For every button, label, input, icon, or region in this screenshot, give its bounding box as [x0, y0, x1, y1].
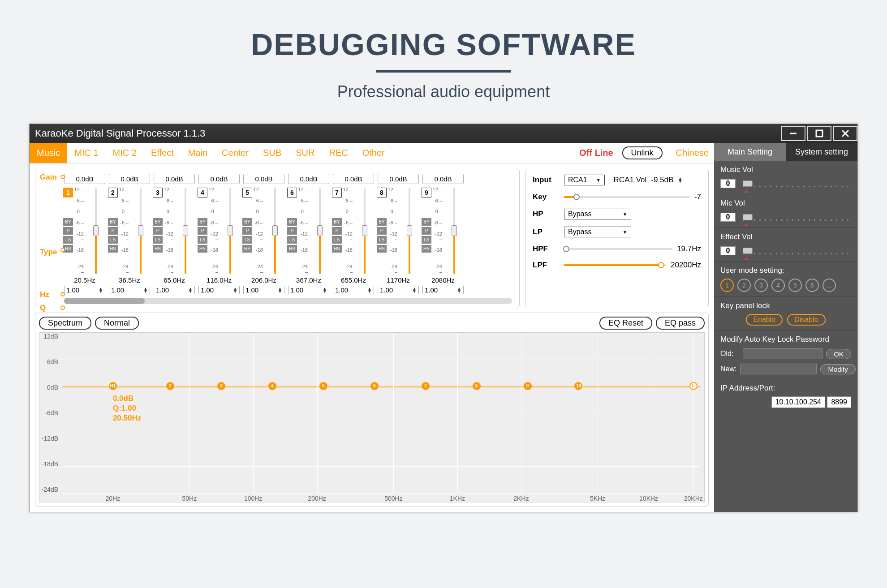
type-p[interactable]: P [287, 227, 297, 235]
gain-slider[interactable] [409, 188, 410, 274]
tab-effect[interactable]: Effect [144, 143, 181, 163]
maximize-button[interactable] [807, 126, 831, 141]
q-stepper[interactable]: ▲▼ [143, 288, 148, 293]
type-by[interactable]: BY [198, 218, 207, 226]
type-ls[interactable]: LS [422, 236, 431, 244]
band-number[interactable]: 2 [108, 188, 118, 197]
type-ls[interactable]: LS [242, 236, 252, 244]
hz-value[interactable]: 116.0Hz [198, 275, 240, 285]
tab-rec[interactable]: REC [322, 143, 355, 163]
band-number[interactable]: 9 [422, 188, 431, 197]
tab-system-setting[interactable]: System setting [786, 143, 857, 161]
hz-value[interactable]: 655.0Hz [333, 275, 374, 285]
old-pw-input[interactable] [743, 348, 822, 359]
type-by[interactable]: BY [108, 218, 118, 226]
disable-button[interactable]: Disable [787, 314, 825, 326]
q-stepper[interactable]: ▲▼ [188, 288, 193, 293]
spectrum-button[interactable]: Spectrum [39, 317, 91, 330]
tab-main[interactable]: Main [181, 143, 215, 163]
q-value[interactable]: 1.00▲▼ [422, 286, 464, 294]
q-value[interactable]: 1.00▲▼ [154, 286, 195, 294]
type-p[interactable]: P [108, 227, 118, 235]
type-hs[interactable]: HS [287, 245, 297, 253]
eq-node[interactable]: 3 [217, 382, 225, 390]
gain-value[interactable]: 0.0dB [198, 174, 240, 184]
q-stepper[interactable]: ▲▼ [412, 288, 417, 293]
type-ls[interactable]: LS [63, 236, 73, 244]
q-stepper[interactable]: ▲▼ [367, 288, 372, 293]
ip-input[interactable]: 10.10.100.254 [771, 396, 825, 408]
type-hs[interactable]: HS [108, 245, 118, 253]
port-input[interactable]: 8899 [827, 396, 851, 408]
band-number[interactable]: 1 [63, 188, 73, 197]
lpf-slider[interactable] [564, 264, 666, 266]
q-value[interactable]: 1.00▲▼ [333, 286, 374, 294]
type-ls[interactable]: LS [287, 236, 297, 244]
q-value[interactable]: 1.00▲▼ [288, 286, 329, 294]
gain-value[interactable]: 0.0dB [64, 174, 105, 184]
band-number[interactable]: 8 [377, 188, 387, 197]
hz-value[interactable]: 36.5Hz [109, 275, 150, 285]
q-value[interactable]: 1.00▲▼ [64, 286, 105, 294]
gain-value[interactable]: 0.0dB [288, 174, 329, 184]
normal-button[interactable]: Normal [95, 317, 139, 330]
lp-select[interactable]: Bypass▼ [564, 227, 631, 237]
eq-node[interactable]: H1 [109, 382, 117, 390]
gain-slider[interactable] [185, 188, 186, 274]
eq-reset-button[interactable]: EQ Reset [599, 317, 652, 330]
unlink-button[interactable]: Unlink [622, 146, 663, 159]
hz-value[interactable]: 2080Hz [422, 275, 464, 285]
band-number[interactable]: 5 [242, 188, 252, 197]
hz-value[interactable]: 1170Hz [378, 275, 419, 285]
eq-node[interactable]: 5 [319, 382, 327, 390]
eq-node[interactable]: 4 [268, 382, 276, 390]
gain-value[interactable]: 0.0dB [378, 174, 419, 184]
type-by[interactable]: BY [242, 218, 252, 226]
music-vol-slider[interactable]: ▲ [740, 178, 851, 189]
type-p[interactable]: P [242, 227, 252, 235]
type-by[interactable]: BY [63, 218, 73, 226]
eq-node[interactable]: 9 [524, 382, 532, 390]
tab-other[interactable]: Other [355, 143, 392, 163]
type-p[interactable]: P [63, 227, 73, 235]
type-ls[interactable]: LS [108, 236, 118, 244]
eq-node[interactable]: 2 [166, 382, 174, 390]
type-ls[interactable]: LS [153, 236, 163, 244]
type-p[interactable]: P [198, 227, 207, 235]
hpf-slider[interactable] [564, 248, 672, 250]
type-p[interactable]: P [422, 227, 431, 235]
type-by[interactable]: BY [377, 218, 387, 226]
type-by[interactable]: BY [153, 218, 163, 226]
type-p[interactable]: P [153, 227, 163, 235]
band-number[interactable]: 4 [198, 188, 207, 197]
eq-node[interactable]: 8 [473, 382, 481, 390]
q-stepper[interactable]: ▲▼ [457, 288, 461, 293]
type-ls[interactable]: LS [198, 236, 207, 244]
hz-value[interactable]: 367.0Hz [288, 275, 329, 285]
scrollbar-thumb[interactable] [64, 298, 145, 304]
type-hs[interactable]: HS [377, 245, 387, 253]
new-pw-input[interactable] [740, 364, 817, 374]
close-button[interactable] [833, 126, 857, 141]
band-number[interactable]: 3 [153, 188, 163, 197]
mode-1[interactable]: 1 [720, 279, 734, 292]
tab-center[interactable]: Center [215, 143, 256, 163]
language-toggle[interactable]: Chinese [676, 148, 709, 158]
eq-node[interactable]: 10 [574, 382, 582, 390]
eq-pass-button[interactable]: EQ pass [656, 317, 705, 330]
q-stepper[interactable]: ▲▼ [323, 288, 327, 293]
hz-value[interactable]: 206.0Hz [243, 275, 284, 285]
eq-scrollbar[interactable] [64, 298, 512, 304]
band-number[interactable]: 7 [332, 188, 342, 197]
type-ls[interactable]: LS [332, 236, 342, 244]
eq-node[interactable]: 7 [422, 382, 430, 390]
type-hs[interactable]: HS [332, 245, 342, 253]
gain-slider[interactable] [140, 188, 142, 274]
gain-slider[interactable] [229, 188, 231, 274]
type-hs[interactable]: HS [198, 245, 207, 253]
minimize-button[interactable] [781, 126, 805, 141]
q-stepper[interactable]: ▲▼ [99, 288, 103, 293]
gain-slider[interactable] [319, 188, 321, 274]
tab-sur[interactable]: SUR [288, 143, 322, 163]
gain-value[interactable]: 0.0dB [243, 174, 284, 184]
